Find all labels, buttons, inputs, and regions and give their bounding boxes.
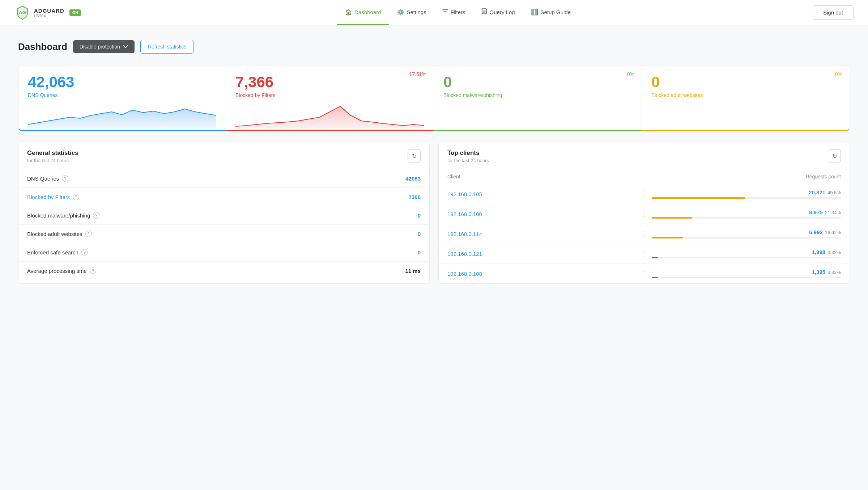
client-bar-wrap-0 xyxy=(652,197,841,199)
stat-number-malware: 0 xyxy=(443,73,632,91)
client-menu-0[interactable]: ⋮ xyxy=(637,190,652,198)
brand-subtitle: HOME xyxy=(34,13,64,17)
home-icon: 🏠 xyxy=(345,9,352,16)
general-stats-list: DNS Queries ? 42063 Blocked by Filters ?… xyxy=(18,169,429,280)
client-count-3: 1,398 xyxy=(812,249,826,255)
page-header: Dashboard Disable protection Refresh sta… xyxy=(18,40,850,54)
top-clients-subtitle: for the last 24 hours xyxy=(447,158,489,163)
disable-protection-button[interactable]: Disable protection xyxy=(73,40,135,53)
client-ip-1[interactable]: 192.168.0.100 xyxy=(447,211,637,217)
brand-badge: ON xyxy=(69,9,81,16)
client-bar-2 xyxy=(652,237,683,238)
brand: AG ADGUARD HOME ON xyxy=(14,5,81,21)
main-content: Dashboard Disable protection Refresh sta… xyxy=(0,25,868,298)
help-icon-blocked[interactable]: ? xyxy=(73,194,79,200)
refresh-statistics-button[interactable]: Refresh statistics xyxy=(140,40,194,54)
brand-text: ADGUARD HOME xyxy=(34,8,64,17)
help-icon-avg-time[interactable]: ? xyxy=(90,267,96,274)
info-icon: ℹ️ xyxy=(531,9,538,16)
top-clients-header: Top clients for the last 24 hours ↻ xyxy=(439,141,850,169)
client-ip-3[interactable]: 192.168.0.121 xyxy=(447,251,637,257)
client-bar-1 xyxy=(652,217,692,219)
chevron-down-icon xyxy=(123,44,128,49)
nav-label-dashboard: Dashboard xyxy=(354,9,381,15)
client-count-0: 20,821 xyxy=(809,189,825,195)
general-stats-subtitle: for the last 24 hours xyxy=(27,158,78,163)
clients-table-header: Client Requests count xyxy=(439,169,850,184)
stat-number-blocked: 7,366 xyxy=(235,73,424,91)
main-nav: 🏠 Dashboard ⚙️ Settings Filters Query Lo… xyxy=(103,0,813,25)
help-icon-malware[interactable]: ? xyxy=(93,212,99,219)
client-stats-0: 20,82149.5% xyxy=(652,189,841,199)
client-ip-4[interactable]: 192.168.0.108 xyxy=(447,271,637,277)
blocked-chart xyxy=(235,101,424,130)
nav-item-setup-guide[interactable]: ℹ️ Setup Guide xyxy=(523,0,579,25)
gear-icon: ⚙️ xyxy=(397,9,404,16)
stats-row-label-adult: Blocked adult websites ? xyxy=(27,231,92,237)
client-row: 192.168.0.121 ⋮ 1,3983.32% xyxy=(439,244,850,264)
brand-title: ADGUARD xyxy=(34,8,64,13)
top-clients-title-group: Top clients for the last 24 hours xyxy=(447,149,489,163)
stats-row-label-avg-time: Average processing time ? xyxy=(27,267,96,274)
general-stats-title: General statistics xyxy=(27,149,78,157)
stats-label-text-dns: DNS Queries xyxy=(27,176,59,182)
client-bar-wrap-3 xyxy=(652,257,841,258)
stats-row-avg-time: Average processing time ? 11 ms xyxy=(18,262,429,280)
client-count-4: 1,395 xyxy=(812,269,826,275)
stat-label-blocked: Blocked by Filters xyxy=(235,92,424,98)
stats-label-text-safe-search: Enforced safe search xyxy=(27,249,78,255)
nav-item-settings[interactable]: ⚙️ Settings xyxy=(389,0,434,25)
top-clients-title: Top clients xyxy=(447,149,489,157)
client-ip-0[interactable]: 192.168.0.105 xyxy=(447,191,637,197)
client-percent-1: 21.34% xyxy=(825,210,841,215)
stats-cards: 42,063 DNS Queries 17.51% 7,366 Blocked … xyxy=(18,65,850,131)
stat-number-adult: 0 xyxy=(651,73,840,91)
dns-chart xyxy=(28,101,216,130)
stats-row-label-dns: DNS Queries ? xyxy=(27,175,68,182)
disable-protection-label: Disable protection xyxy=(80,44,120,50)
stat-label-malware: Blocked malware/phishing xyxy=(443,92,632,98)
nav-item-filters[interactable]: Filters xyxy=(434,0,473,25)
client-menu-1[interactable]: ⋮ xyxy=(637,210,652,218)
client-percent-2: 16.62% xyxy=(825,230,841,235)
client-menu-4[interactable]: ⋮ xyxy=(637,270,652,278)
top-clients-refresh-button[interactable]: ↻ xyxy=(828,149,841,162)
client-row: 192.168.0.114 ⋮ 6,99216.62% xyxy=(439,224,850,244)
client-ip-2[interactable]: 192.168.0.114 xyxy=(447,231,637,237)
nav-label-filters: Filters xyxy=(451,9,465,15)
stat-percent-adult: 0% xyxy=(835,71,842,77)
client-menu-3[interactable]: ⋮ xyxy=(637,250,652,258)
client-bar-wrap-2 xyxy=(652,237,841,238)
svg-text:AG: AG xyxy=(19,10,26,15)
stats-row-label-blocked-filters[interactable]: Blocked by Filters ? xyxy=(27,194,79,200)
signout-button[interactable]: Sign out xyxy=(813,5,854,20)
nav-label-setup-guide: Setup Guide xyxy=(541,9,571,15)
nav-item-query-log[interactable]: Query Log xyxy=(473,0,523,25)
help-icon-adult[interactable]: ? xyxy=(85,231,92,237)
nav-item-dashboard[interactable]: 🏠 Dashboard xyxy=(337,0,389,25)
stat-card-dns-queries: 42,063 DNS Queries xyxy=(18,65,226,131)
general-stats-title-group: General statistics for the last 24 hours xyxy=(27,149,78,163)
filter-icon xyxy=(442,8,448,16)
stats-value-malware: 0 xyxy=(418,212,421,219)
brand-logo: AG xyxy=(14,5,30,21)
stat-number-dns: 42,063 xyxy=(28,73,216,91)
stats-row-adult: Blocked adult websites ? 0 xyxy=(18,225,429,243)
client-row: 192.168.0.100 ⋮ 8,97521.34% xyxy=(439,204,850,224)
stats-label-text-adult: Blocked adult websites xyxy=(27,231,82,237)
client-stats-1: 8,97521.34% xyxy=(652,209,841,219)
stats-value-blocked: 7366 xyxy=(409,194,421,200)
help-icon-safe-search[interactable]: ? xyxy=(81,249,88,255)
stats-row-safe-search: Enforced safe search ? 0 xyxy=(18,243,429,262)
help-icon-dns[interactable]: ? xyxy=(62,175,68,182)
stat-percent-malware: 0% xyxy=(627,71,634,77)
stats-value-safe-search: 0 xyxy=(418,249,421,255)
col-requests: Requests count xyxy=(644,174,841,179)
client-row: 192.168.0.105 ⋮ 20,82149.5% xyxy=(439,184,850,204)
general-stats-refresh-button[interactable]: ↻ xyxy=(408,149,421,162)
stats-label-text-blocked: Blocked by Filters xyxy=(27,194,70,200)
navbar: AG ADGUARD HOME ON 🏠 Dashboard ⚙️ Settin… xyxy=(0,0,868,25)
client-menu-2[interactable]: ⋮ xyxy=(637,230,652,238)
client-count-2: 6,992 xyxy=(809,229,823,235)
client-bar-3 xyxy=(652,257,658,258)
